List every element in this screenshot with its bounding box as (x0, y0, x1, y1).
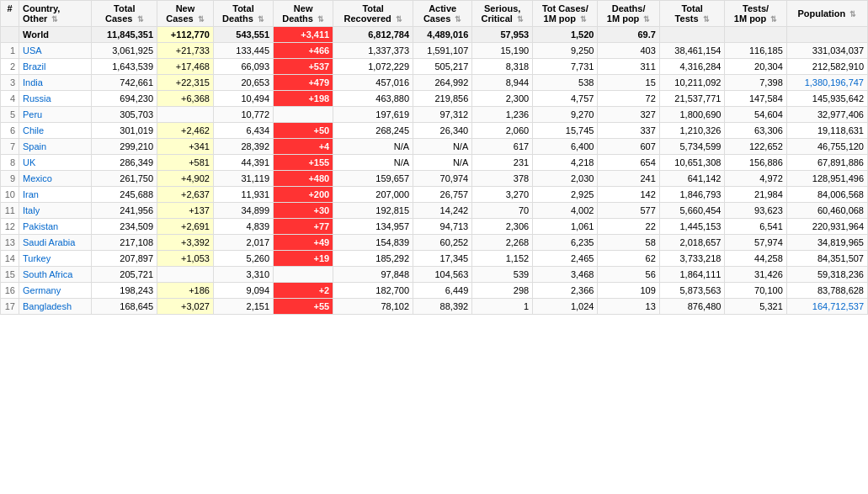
col-new-cases[interactable]: NewCases ⇅ (157, 1, 214, 27)
world-num (1, 27, 19, 43)
row-num: 5 (1, 107, 19, 123)
row-tot-pop: 1,061 (533, 219, 598, 235)
col-tot-cases-pop[interactable]: Tot Cases/1M pop ⇅ (533, 1, 598, 27)
row-country[interactable]: Peru (19, 107, 92, 123)
row-country[interactable]: India (19, 75, 92, 91)
country-link[interactable]: South Africa (23, 269, 72, 279)
row-country[interactable]: Germany (19, 283, 92, 299)
country-link[interactable]: Mexico (23, 173, 52, 183)
row-country[interactable]: Mexico (19, 171, 92, 187)
col-new-deaths[interactable]: NewDeaths ⇅ (274, 1, 333, 27)
row-country[interactable]: Russia (19, 91, 92, 107)
row-recovered: 192,815 (333, 203, 413, 219)
col-serious[interactable]: Serious,Critical ⇅ (472, 1, 533, 27)
row-tests-pop: 21,984 (725, 187, 786, 203)
row-country[interactable]: Chile (19, 123, 92, 139)
country-link[interactable]: Bangladesh (23, 301, 72, 311)
col-total-recovered[interactable]: TotalRecovered ⇅ (333, 1, 413, 27)
row-country[interactable]: Iran (19, 187, 92, 203)
row-new-deaths: +537 (274, 59, 333, 75)
table-row: 6 Chile 301,019 +2,462 6,434 +50 268,245… (1, 123, 868, 139)
row-total-tests: 1,864,111 (659, 267, 725, 283)
row-active: 104,563 (413, 267, 472, 283)
row-tot-pop: 4,002 (533, 203, 598, 219)
col-total-tests[interactable]: TotalTests ⇅ (659, 1, 725, 27)
row-deaths-pop: 62 (598, 251, 659, 267)
row-country[interactable]: UK (19, 155, 92, 171)
row-new-cases: +2,462 (157, 123, 214, 139)
col-tests-pop[interactable]: Tests/1M pop ⇅ (725, 1, 786, 27)
country-link[interactable]: Peru (23, 109, 42, 120)
row-country[interactable]: Italy (19, 203, 92, 219)
table-row: 13 Saudi Arabia 217,108 +3,392 2,017 +49… (1, 235, 868, 251)
row-active: 88,392 (413, 299, 472, 315)
row-total-deaths: 28,392 (213, 139, 273, 155)
row-tot-pop: 6,400 (533, 139, 598, 155)
row-active: 264,992 (413, 75, 472, 91)
row-active: 505,217 (413, 59, 472, 75)
row-total-cases: 241,956 (92, 203, 157, 219)
row-new-deaths: +55 (274, 299, 333, 315)
country-link[interactable]: Turkey (23, 253, 51, 263)
world-recovered: 6,812,784 (333, 27, 413, 43)
row-tests-pop: 5,321 (725, 299, 786, 315)
row-tests-pop: 147,584 (725, 91, 786, 107)
row-deaths-pop: 72 (598, 91, 659, 107)
country-link[interactable]: USA (23, 45, 42, 56)
country-link[interactable]: Spain (23, 141, 46, 151)
country-link[interactable]: Pakistan (23, 221, 58, 231)
col-num[interactable]: # (1, 1, 19, 27)
row-country[interactable]: South Africa (19, 267, 92, 283)
row-country[interactable]: Bangladesh (19, 299, 92, 315)
row-new-cases: +1,053 (157, 251, 214, 267)
country-link[interactable]: India (23, 77, 43, 88)
row-total-tests: 21,537,771 (659, 91, 725, 107)
table-row: 1 USA 3,061,925 +21,733 133,445 +466 1,3… (1, 43, 868, 59)
col-active-cases[interactable]: ActiveCases ⇅ (413, 1, 472, 27)
row-country[interactable]: Pakistan (19, 219, 92, 235)
col-population[interactable]: Population ⇅ (786, 1, 867, 27)
row-new-cases: +17,468 (157, 59, 214, 75)
row-tot-pop: 1,024 (533, 299, 598, 315)
table-row: 11 Italy 241,956 +137 34,899 +30 192,815… (1, 203, 868, 219)
header-row: # Country,Other ⇅ TotalCases ⇅ NewCases … (1, 1, 868, 27)
country-link[interactable]: UK (23, 157, 35, 167)
row-total-deaths: 2,017 (213, 235, 273, 251)
country-link[interactable]: Germany (23, 285, 61, 295)
country-link[interactable]: Italy (23, 205, 40, 215)
col-country[interactable]: Country,Other ⇅ (19, 1, 92, 27)
row-new-deaths: +155 (274, 155, 333, 171)
row-total-cases: 742,661 (92, 75, 157, 91)
row-total-tests: 1,800,690 (659, 107, 725, 123)
row-country[interactable]: USA (19, 43, 92, 59)
col-total-deaths[interactable]: TotalDeaths ⇅ (213, 1, 273, 27)
row-num: 15 (1, 267, 19, 283)
row-new-deaths: +200 (274, 187, 333, 203)
row-deaths-pop: 109 (598, 283, 659, 299)
country-link[interactable]: Chile (23, 125, 44, 135)
country-link[interactable]: Saudi Arabia (23, 237, 75, 247)
col-total-cases[interactable]: TotalCases ⇅ (92, 1, 157, 27)
country-link[interactable]: Brazil (23, 61, 46, 72)
row-country[interactable]: Spain (19, 139, 92, 155)
row-num: 12 (1, 219, 19, 235)
country-link[interactable]: Iran (23, 189, 39, 199)
row-country[interactable]: Turkey (19, 251, 92, 267)
row-new-deaths: +19 (274, 251, 333, 267)
row-new-deaths: +480 (274, 171, 333, 187)
row-country[interactable]: Saudi Arabia (19, 235, 92, 251)
row-total-tests: 876,480 (659, 299, 725, 315)
col-deaths-pop[interactable]: Deaths/1M pop ⇅ (598, 1, 659, 27)
row-new-cases: +3,392 (157, 235, 214, 251)
row-total-cases: 3,061,925 (92, 43, 157, 59)
row-country[interactable]: Brazil (19, 59, 92, 75)
row-active: 94,713 (413, 219, 472, 235)
row-total-tests: 38,461,154 (659, 43, 725, 59)
row-active: N/A (413, 155, 472, 171)
row-deaths-pop: 56 (598, 267, 659, 283)
country-link[interactable]: Russia (23, 93, 51, 104)
row-serious: 2,300 (472, 91, 533, 107)
row-serious: 1,236 (472, 107, 533, 123)
row-new-deaths: +198 (274, 91, 333, 107)
row-new-cases: +4,902 (157, 171, 214, 187)
